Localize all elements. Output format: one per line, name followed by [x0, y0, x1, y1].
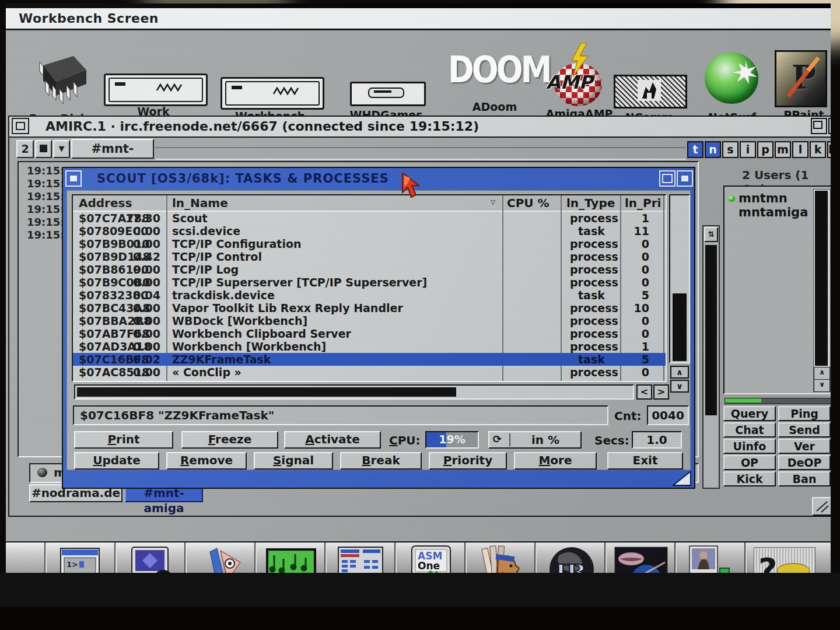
table-row[interactable]: $07809EC0scsi.device0.00task11	[73, 225, 666, 237]
resize-handle-icon[interactable]	[812, 497, 831, 516]
mode-button-s[interactable]: s	[722, 141, 738, 158]
signal-button[interactable]: Signal	[254, 452, 333, 470]
table-row[interactable]: $07B9C0B0TCP/IP Superserver [TCP/IP Supe…	[73, 276, 666, 289]
desktop-icon-adoom[interactable]: DOOM ADoom	[448, 51, 541, 116]
table-row[interactable]: $07AB7F68Workbench Clipboard Server0.00p…	[73, 327, 666, 340]
freeze-button[interactable]: Freeze	[181, 431, 278, 449]
zoom-icon[interactable]	[811, 118, 827, 134]
deop-button[interactable]: DeOP	[778, 455, 831, 470]
cnt-field[interactable]: 0040	[647, 405, 689, 425]
kick-button[interactable]: Kick	[723, 471, 776, 487]
desktop-icon-work[interactable]: Work	[104, 74, 214, 120]
scroll-down-icon[interactable]: ∨	[814, 379, 830, 392]
chat-button[interactable]: Chat	[723, 422, 776, 438]
dock-item-shell[interactable]: 1>	[44, 542, 114, 573]
userlist-scrollbar[interactable]: ∧ ∨	[813, 189, 831, 392]
desktop-icon-amigaamp[interactable]: AMP AmigaAMP	[541, 46, 617, 118]
dock-item-chief[interactable]	[464, 542, 534, 573]
cycle-icon: ⟳	[493, 433, 502, 445]
op-button[interactable]: OP	[723, 455, 776, 470]
ping-button[interactable]: Ping	[778, 406, 831, 421]
dock-item-dart[interactable]	[184, 542, 254, 573]
resize-handle-icon[interactable]	[672, 471, 692, 487]
mode-button-n[interactable]: n	[705, 141, 721, 158]
channel-tab-top[interactable]: #mnt-amiga	[71, 139, 154, 159]
mode-button-i[interactable]: i	[740, 141, 756, 158]
zoom-icon[interactable]	[659, 170, 676, 187]
channel-close-button[interactable]	[35, 140, 52, 158]
dock-item-docs-help[interactable]: ?	[744, 542, 821, 573]
depth-icon[interactable]	[677, 170, 693, 187]
scroll-up-icon[interactable]: ⇅	[704, 227, 718, 242]
mode-button-l[interactable]: l	[792, 141, 808, 158]
list-hscroll-thumb[interactable]	[77, 387, 456, 397]
scroll-up-icon[interactable]: ∧	[670, 366, 689, 379]
table-row[interactable]: $07B9B010TCP/IP Configuration0.00process…	[73, 237, 666, 250]
column-header-cpu[interactable]: CPU %	[507, 196, 550, 210]
chevron-down-icon: ▼	[59, 144, 65, 153]
mode-button-b[interactable]: b	[827, 141, 831, 158]
dock-item-music-player[interactable]	[254, 542, 324, 573]
table-row[interactable]: $07BC43A8Vapor Toolkit Lib Rexx Reply Ha…	[73, 302, 666, 314]
ibrowse-globe-icon: IB	[547, 545, 596, 573]
query-button[interactable]: Query	[723, 406, 776, 421]
amirc-titlebar[interactable]: AMIRC.1 · irc.freenode.net/6667 (connect…	[9, 117, 831, 138]
ver-button[interactable]: Ver	[778, 439, 831, 454]
scout-titlebar[interactable]: SCOUT [OS3/68k]: TASKS & PROCESSES	[63, 168, 694, 190]
scroll-right-icon[interactable]: >	[653, 384, 669, 400]
cpu-display-cycle-button[interactable]: ⟳ in %	[488, 431, 582, 449]
table-row[interactable]: $0783238Ctrackdisk.device0.04task5	[73, 289, 666, 302]
ban-button[interactable]: Ban	[778, 471, 831, 487]
table-row[interactable]: $07B86190TCP/IP Log0.00process0	[73, 263, 666, 276]
dock-item-asmone[interactable]: ASM One	[394, 542, 464, 573]
table-row[interactable]: $07AC8518« ConClip »0.00process0	[73, 366, 666, 379]
mode-button-p[interactable]: p	[757, 141, 774, 158]
column-header-name[interactable]: ln_Name	[172, 196, 228, 210]
update-button[interactable]: Update	[74, 452, 159, 470]
selection-field[interactable]: $07C16BF8 "ZZ9KFrameTask"	[73, 405, 608, 425]
scroll-up-icon[interactable]: ∧	[814, 367, 830, 380]
dock-item-mixer[interactable]	[324, 542, 394, 573]
music-player-icon	[265, 547, 317, 573]
channel-list-dropdown[interactable]: ▼	[53, 140, 70, 158]
dock-item-voyager[interactable]	[604, 542, 674, 573]
break-button[interactable]: Break	[340, 452, 422, 470]
close-icon[interactable]	[65, 170, 82, 187]
chat-scroll-thumb[interactable]	[705, 245, 717, 415]
table-row[interactable]: $07B9D148TCP/IP Control0.42process0	[73, 250, 666, 263]
depth-icon[interactable]	[828, 118, 831, 134]
dock-item-ibrowse[interactable]: IB	[534, 542, 604, 573]
mode-button-k[interactable]: k	[810, 141, 826, 158]
table-row[interactable]: $07C7A788Scout17.30process1	[73, 212, 666, 225]
activate-button[interactable]: Activate	[284, 431, 381, 449]
remove-button[interactable]: Remove	[166, 452, 247, 470]
column-header-type[interactable]: ln_Type	[566, 196, 615, 210]
table-row[interactable]: $07AD3A18Workbench [Workbench]0.00proces…	[73, 340, 666, 353]
list-hscrollbar[interactable]	[74, 384, 634, 400]
list-vscroll-thumb[interactable]	[673, 293, 687, 361]
column-header-pri[interactable]: ln_Pri	[625, 196, 661, 210]
print-button[interactable]: Print	[74, 431, 173, 449]
window-number-button[interactable]: 2	[16, 140, 34, 158]
chat-scrollbar[interactable]: ⇅	[702, 225, 720, 489]
dock-item-sysinfo[interactable]: ?	[114, 542, 184, 573]
table-row-selected[interactable]: $07C16BF8ZZ9KFrameTask0.02task5	[73, 353, 666, 366]
close-icon[interactable]	[12, 118, 29, 134]
userlist-scroll-thumb[interactable]	[815, 191, 828, 366]
scroll-left-icon[interactable]: <	[636, 384, 652, 400]
exit-button[interactable]: Exit	[607, 452, 683, 470]
dock-item-photo-download[interactable]	[674, 542, 744, 573]
secs-field[interactable]: 1.0	[632, 431, 682, 449]
workbench-screen-titlebar[interactable]: Workbench Screen	[6, 8, 831, 30]
scroll-down-icon[interactable]: ∨	[670, 380, 689, 393]
lag-meter	[724, 398, 831, 404]
more-button[interactable]: More	[514, 452, 597, 470]
mode-button-m[interactable]: m	[775, 141, 791, 158]
list-vscrollbar[interactable]	[669, 194, 690, 363]
priority-button[interactable]: Priority	[429, 452, 507, 470]
mode-button-t[interactable]: t	[687, 141, 704, 158]
uinfo-button[interactable]: Uinfo	[723, 439, 776, 454]
send-button[interactable]: Send	[778, 422, 831, 438]
column-header-address[interactable]: Address	[79, 196, 132, 210]
table-row[interactable]: $07BBA2B8WBDock [Workbench]0.00process0	[73, 314, 666, 327]
